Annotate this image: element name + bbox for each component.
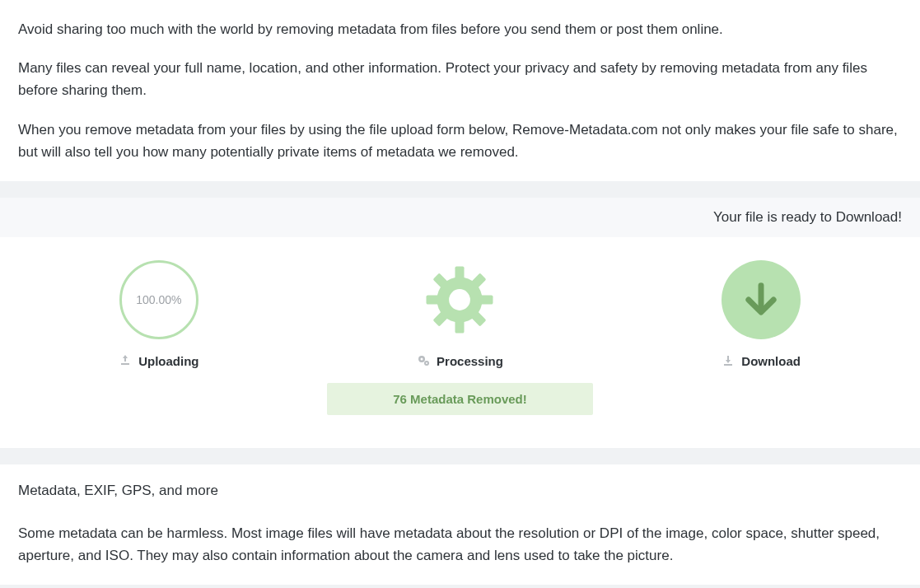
upload-progress-circle: 100.00% [119,260,198,339]
svg-rect-4 [427,295,441,304]
processing-label: Processing [437,354,503,368]
step-download[interactable]: Download [612,260,910,368]
svg-point-14 [426,362,427,364]
info-card: Metadata, EXIF, GPS, and more Some metad… [0,464,920,585]
svg-rect-16 [724,364,732,366]
intro-card: Avoid sharing too much with the world by… [0,0,920,181]
upload-label-row: Uploading [119,354,198,368]
gears-icon [417,354,430,367]
svg-rect-3 [455,320,465,334]
processing-label-row: Processing [417,354,503,368]
svg-point-10 [450,289,471,310]
step-uploading: 100.00% Uploading [10,260,308,368]
intro-paragraph-3: When you remove metadata from your files… [18,119,902,163]
svg-rect-5 [479,295,493,304]
steps-row: 100.00% Uploading [0,237,920,448]
svg-rect-2 [455,266,465,280]
svg-point-12 [421,358,423,361]
download-icon [722,354,735,367]
processing-gear-icon [420,260,499,339]
status-bar: Your file is ready to Download! [0,198,920,237]
intro-paragraph-1: Avoid sharing too much with the world by… [18,18,902,40]
status-text: Your file is ready to Download! [713,209,902,225]
download-label[interactable]: Download [741,354,801,368]
metadata-removed-badge: 76 Metadata Removed! [327,383,593,415]
upload-percent: 100.00% [136,293,181,306]
upload-label: Uploading [138,354,198,368]
info-heading: Metadata, EXIF, GPS, and more [18,483,902,499]
intro-paragraph-2: Many files can reveal your full name, lo… [18,57,902,101]
svg-rect-0 [121,363,129,365]
upload-icon [119,354,132,367]
step-processing: Processing 76 Metadata Removed! [311,260,609,415]
info-paragraph-1: Some metadata can be harmless. Most imag… [18,522,902,567]
download-circle-icon[interactable] [722,260,801,339]
download-label-row[interactable]: Download [722,354,801,368]
